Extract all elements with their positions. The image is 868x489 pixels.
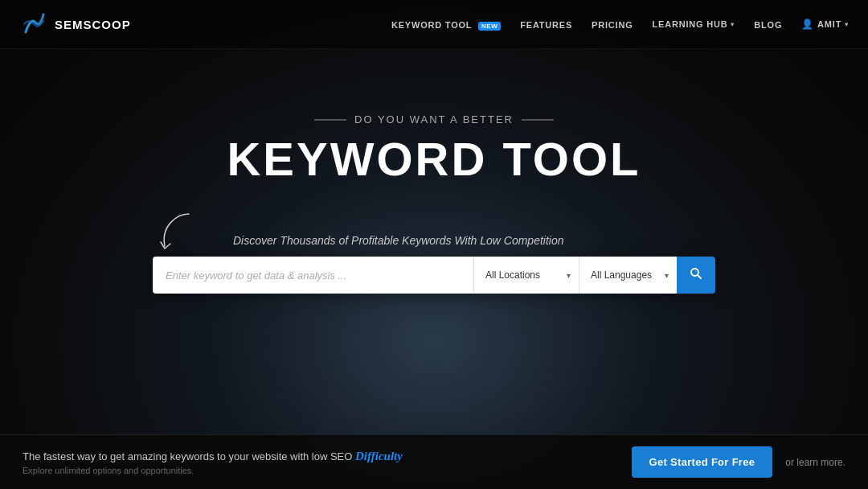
nav-item-learning-hub[interactable]: LEARNING HUB ▾ <box>653 19 735 29</box>
footer-cta-area: Get Started For Free or learn more. <box>632 446 845 478</box>
search-button[interactable] <box>677 257 715 294</box>
logo-icon <box>19 10 48 39</box>
new-badge: NEW <box>478 22 501 31</box>
nav-links: KEYWORD TOOL NEW FEATURES PRICING LEARNI… <box>391 17 849 31</box>
user-icon: 👤 <box>801 18 814 30</box>
nav-link-user[interactable]: 👤 AMIT ▾ <box>801 18 849 30</box>
location-select[interactable]: All Locations United States United Kingd… <box>474 257 579 294</box>
or-learn-text: or learn more. <box>785 457 845 468</box>
hero-title: KEYWORD TOOL <box>227 132 641 186</box>
location-select-wrapper: All Locations United States United Kingd… <box>473 257 579 294</box>
footer-sub-text: Explore unlimited options and opportunit… <box>23 466 403 475</box>
navbar: SEMSCOOP KEYWORD TOOL NEW FEATURES PRICI… <box>0 0 868 49</box>
subtitle-line-left <box>314 119 346 121</box>
learning-hub-chevron: ▾ <box>731 21 735 28</box>
logo-link[interactable]: SEMSCOOP <box>19 10 131 39</box>
nav-item-keyword-tool[interactable]: KEYWORD TOOL NEW <box>391 17 501 31</box>
nav-link-keyword-tool[interactable]: KEYWORD TOOL NEW <box>391 20 501 30</box>
search-input[interactable] <box>153 257 473 294</box>
footer-main-text: The fastest way to get amazing keywords … <box>23 450 403 463</box>
hero-section: DO YOU WANT A BETTER KEYWORD TOOL Discov… <box>0 49 868 294</box>
nav-link-blog[interactable]: BLOG <box>754 20 782 30</box>
nav-link-features[interactable]: FEATURES <box>520 20 572 30</box>
tagline-text: Discover Thousands of Profitable Keyword… <box>233 234 564 247</box>
footer-text-area: The fastest way to get amazing keywords … <box>23 450 403 475</box>
logo-text: SEMSCOOP <box>55 18 131 31</box>
tagline-area: Discover Thousands of Profitable Keyword… <box>153 234 715 247</box>
svg-line-1 <box>698 275 701 278</box>
arrow-icon <box>145 210 201 254</box>
nav-item-features[interactable]: FEATURES <box>520 17 572 31</box>
get-started-button[interactable]: Get Started For Free <box>632 446 773 478</box>
nav-item-pricing[interactable]: PRICING <box>592 17 633 31</box>
search-icon <box>690 267 702 283</box>
language-select[interactable]: All Languages English Spanish French Ger… <box>579 257 677 294</box>
nav-link-pricing[interactable]: PRICING <box>592 20 633 30</box>
hero-subtitle: DO YOU WANT A BETTER <box>314 113 554 125</box>
nav-link-learning-hub[interactable]: LEARNING HUB ▾ <box>653 19 735 29</box>
subtitle-line-right <box>522 119 554 121</box>
search-bar: All Locations United States United Kingd… <box>153 257 715 294</box>
nav-item-blog[interactable]: BLOG <box>754 17 782 31</box>
difficulty-word: Difficulty <box>355 450 403 462</box>
footer-bar: The fastest way to get amazing keywords … <box>0 434 868 489</box>
language-select-wrapper: All Languages English Spanish French Ger… <box>579 257 677 294</box>
user-chevron: ▾ <box>845 21 849 28</box>
nav-item-user[interactable]: 👤 AMIT ▾ <box>801 18 849 30</box>
